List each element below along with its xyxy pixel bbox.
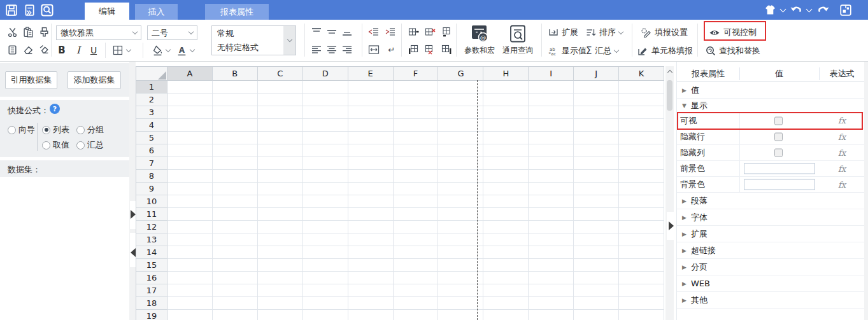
- cell-I7[interactable]: [529, 157, 574, 170]
- cell-D19[interactable]: [303, 310, 348, 320]
- cell-C19[interactable]: [258, 310, 303, 320]
- cell-G1[interactable]: [438, 81, 483, 94]
- cell-I18[interactable]: [529, 297, 574, 310]
- cell-H14[interactable]: [483, 246, 529, 259]
- cell-I17[interactable]: [529, 284, 574, 297]
- insert-row-above-button[interactable]: [406, 43, 420, 57]
- cell-B17[interactable]: [213, 284, 258, 297]
- cell-G2[interactable]: [438, 94, 483, 106]
- cell-A13[interactable]: [167, 233, 213, 246]
- property-section-1[interactable]: ▶值: [677, 82, 865, 99]
- eraser-button[interactable]: [21, 43, 35, 57]
- cell-K6[interactable]: [619, 144, 664, 157]
- radio-group[interactable]: 分组: [76, 124, 104, 136]
- cell-I3[interactable]: [529, 106, 574, 119]
- cell-F17[interactable]: [394, 284, 439, 297]
- delete-row-button[interactable]: [423, 25, 437, 39]
- insert-column-left-button[interactable]: [439, 43, 453, 57]
- cell-C5[interactable]: [258, 132, 303, 144]
- cell-J9[interactable]: [574, 183, 619, 195]
- cell-J19[interactable]: [574, 310, 619, 320]
- cell-B11[interactable]: [213, 208, 258, 221]
- cell-A5[interactable]: [167, 132, 213, 144]
- cell-G18[interactable]: [438, 297, 483, 310]
- bold-button[interactable]: B: [55, 43, 69, 57]
- cell-A4[interactable]: [167, 119, 213, 132]
- cell-fill-button[interactable]: 单元格填报: [637, 43, 693, 59]
- cell-D13[interactable]: [303, 233, 348, 246]
- delete-column-button[interactable]: [423, 43, 437, 57]
- paste-button[interactable]: [21, 25, 35, 39]
- cell-H2[interactable]: [483, 94, 529, 106]
- cell-F18[interactable]: [394, 297, 439, 310]
- cell-F12[interactable]: [394, 221, 439, 233]
- cell-E13[interactable]: [348, 233, 394, 246]
- cell-G11[interactable]: [438, 208, 483, 221]
- cell-K16[interactable]: [619, 272, 664, 284]
- cell-C6[interactable]: [258, 144, 303, 157]
- add-dataset-button[interactable]: 添加数据集: [68, 71, 121, 89]
- cell-D11[interactable]: [303, 208, 348, 221]
- cell-G8[interactable]: [438, 170, 483, 183]
- cell-H12[interactable]: [483, 221, 529, 233]
- cell-A19[interactable]: [167, 310, 213, 320]
- fill-color-dropdown-button[interactable]: [164, 43, 172, 57]
- radio-wizard[interactable]: 向导: [8, 124, 35, 136]
- cell-A18[interactable]: [167, 297, 213, 310]
- cell-C16[interactable]: [258, 272, 303, 284]
- cell-H19[interactable]: [483, 310, 529, 320]
- cell-F5[interactable]: [394, 132, 439, 144]
- radio-summary[interactable]: 汇总: [76, 139, 104, 151]
- increase-indent-button[interactable]: [383, 25, 397, 39]
- cell-H13[interactable]: [483, 233, 529, 246]
- help-icon[interactable]: ?: [50, 104, 60, 114]
- cell-C11[interactable]: [258, 208, 303, 221]
- cell-A11[interactable]: [167, 208, 213, 221]
- row-header-7[interactable]: 7: [136, 157, 167, 170]
- cell-D16[interactable]: [303, 272, 348, 284]
- find-replace-button[interactable]: 查找和替换: [706, 43, 760, 59]
- cell-D15[interactable]: [303, 259, 348, 272]
- cell-H11[interactable]: [483, 208, 529, 221]
- cell-B9[interactable]: [213, 183, 258, 195]
- cell-H6[interactable]: [483, 144, 529, 157]
- cell-I6[interactable]: [529, 144, 574, 157]
- fx-formula-button[interactable]: fx: [819, 145, 865, 160]
- cell-B4[interactable]: [213, 119, 258, 132]
- cell-J16[interactable]: [574, 272, 619, 284]
- panel-collapse-handle[interactable]: [669, 221, 674, 230]
- cell-B2[interactable]: [213, 94, 258, 106]
- sort-button[interactable]: 排序: [586, 25, 623, 40]
- cell-H7[interactable]: [483, 157, 529, 170]
- cell-D14[interactable]: [303, 246, 348, 259]
- cell-B7[interactable]: [213, 157, 258, 170]
- cell-B3[interactable]: [213, 106, 258, 119]
- cell-format-select[interactable]: 常规 无特定格式: [211, 25, 296, 55]
- column-header-B[interactable]: B: [213, 67, 258, 81]
- cell-B8[interactable]: [213, 170, 258, 183]
- cell-B19[interactable]: [213, 310, 258, 320]
- cell-I12[interactable]: [529, 221, 574, 233]
- cell-C17[interactable]: [258, 284, 303, 297]
- cell-F16[interactable]: [394, 272, 439, 284]
- input-前景色[interactable]: [744, 163, 815, 174]
- row-header-5[interactable]: 5: [136, 132, 167, 144]
- cell-B16[interactable]: [213, 272, 258, 284]
- cell-A3[interactable]: [167, 106, 213, 119]
- cell-A8[interactable]: [167, 170, 213, 183]
- cell-K7[interactable]: [619, 157, 664, 170]
- cell-B14[interactable]: [213, 246, 258, 259]
- cell-F15[interactable]: [394, 259, 439, 272]
- column-header-I[interactable]: I: [529, 67, 574, 81]
- theme-dropdown-button[interactable]: [778, 3, 787, 18]
- cell-F19[interactable]: [394, 310, 439, 320]
- cell-K4[interactable]: [619, 119, 664, 132]
- cell-E18[interactable]: [348, 297, 394, 310]
- cell-D12[interactable]: [303, 221, 348, 233]
- row-header-3[interactable]: 3: [136, 106, 167, 119]
- cell-A12[interactable]: [167, 221, 213, 233]
- cell-G7[interactable]: [438, 157, 483, 170]
- cell-G5[interactable]: [438, 132, 483, 144]
- sidebar-collapse-handle[interactable]: [131, 248, 136, 257]
- cell-J17[interactable]: [574, 284, 619, 297]
